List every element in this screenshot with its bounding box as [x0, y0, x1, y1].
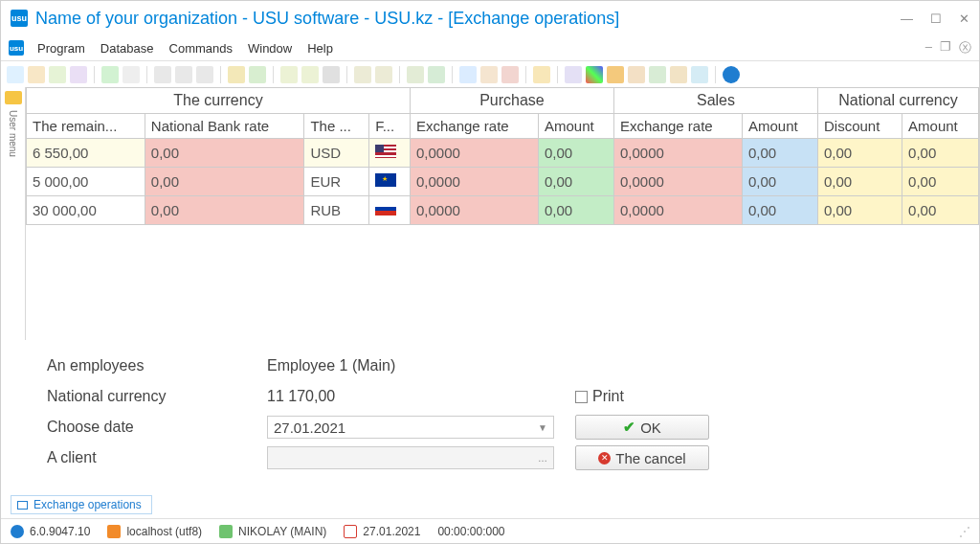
- open-icon[interactable]: [28, 66, 45, 83]
- menu-commands[interactable]: Commands: [162, 38, 240, 58]
- cancel-button[interactable]: ✕ The cancel: [575, 445, 709, 470]
- cell[interactable]: USD: [304, 139, 369, 168]
- users-icon[interactable]: [670, 66, 687, 83]
- client-label: A client: [47, 449, 267, 466]
- col-pamount[interactable]: Amount: [538, 114, 613, 139]
- cell[interactable]: 0,0000: [613, 168, 742, 196]
- cell[interactable]: 0,00: [538, 196, 613, 225]
- filter-fields-icon[interactable]: [196, 66, 213, 83]
- print-checkbox[interactable]: Print: [575, 388, 624, 405]
- table-row[interactable]: 6 550,000,00USD0,00000,000,00000,000,000…: [27, 139, 979, 168]
- cell[interactable]: 0,0000: [613, 196, 742, 225]
- cell[interactable]: 0,0000: [613, 139, 742, 168]
- minimize-icon[interactable]: —: [901, 11, 913, 26]
- maximize-icon[interactable]: ☐: [930, 11, 942, 26]
- col-cur[interactable]: The ...: [304, 114, 369, 139]
- image-icon[interactable]: [249, 66, 266, 83]
- col-prate[interactable]: Exchange rate: [410, 114, 538, 139]
- cell[interactable]: 30 000,00: [27, 196, 145, 225]
- pin-icon[interactable]: [691, 66, 708, 83]
- close-icon[interactable]: ✕: [959, 11, 969, 26]
- tools-icon[interactable]: [480, 66, 498, 83]
- cell[interactable]: [369, 196, 411, 225]
- mdi-restore-icon[interactable]: ❐: [940, 39, 951, 57]
- gear-icon[interactable]: [565, 66, 582, 83]
- table-row[interactable]: 30 000,000,00RUB0,00000,000,00000,000,00…: [27, 196, 979, 225]
- cell[interactable]: [369, 139, 411, 168]
- new-icon[interactable]: [7, 66, 24, 83]
- cell[interactable]: 5 000,00: [27, 168, 145, 196]
- mdi-minimize-icon[interactable]: –: [925, 39, 932, 57]
- copy-icon[interactable]: [70, 66, 87, 83]
- flag-icon[interactable]: [228, 66, 245, 83]
- filter-clear-icon[interactable]: [175, 66, 192, 83]
- col-flag[interactable]: F...: [369, 114, 411, 139]
- tab-exchange-operations[interactable]: Exchange operations: [11, 495, 152, 514]
- cell[interactable]: 0,0000: [410, 196, 538, 225]
- save-icon[interactable]: [49, 66, 66, 83]
- database-icon: [107, 525, 121, 538]
- date-picker[interactable]: 27.01.2021 ▼: [267, 416, 554, 439]
- menu-database[interactable]: Database: [93, 38, 162, 58]
- window-icon[interactable]: [459, 66, 477, 83]
- group-sales[interactable]: Sales: [613, 88, 817, 114]
- cell[interactable]: 0,00: [742, 139, 817, 168]
- cell[interactable]: [369, 168, 411, 196]
- col-discount[interactable]: Discount: [818, 114, 902, 139]
- user-icon[interactable]: [649, 66, 666, 83]
- info-icon[interactable]: [723, 66, 740, 83]
- currency-grid[interactable]: The currency Purchase Sales National cur…: [26, 87, 979, 340]
- client-picker[interactable]: …: [267, 446, 554, 469]
- lock-icon[interactable]: [628, 66, 645, 83]
- group-currency[interactable]: The currency: [27, 88, 411, 114]
- col-samount[interactable]: Amount: [742, 114, 817, 139]
- exit-icon[interactable]: [501, 66, 519, 83]
- user-status-icon: [219, 525, 233, 538]
- cell[interactable]: 0,0000: [410, 168, 538, 196]
- cell[interactable]: 0,00: [538, 168, 613, 196]
- search-icon[interactable]: [122, 66, 140, 83]
- add-left-icon[interactable]: [354, 66, 371, 83]
- resize-grip-icon[interactable]: ⋰: [959, 525, 969, 538]
- cell[interactable]: 0,00: [818, 139, 902, 168]
- thumbs-up-icon[interactable]: [533, 66, 550, 83]
- filter-icon[interactable]: [154, 66, 171, 83]
- cell[interactable]: 0,00: [538, 139, 613, 168]
- grid-select-icon[interactable]: [301, 66, 319, 83]
- color-wheel-icon[interactable]: [586, 66, 603, 83]
- col-srate[interactable]: Exchange rate: [613, 114, 742, 139]
- col-nbrate[interactable]: National Bank rate: [145, 114, 304, 139]
- cell[interactable]: 0,00: [818, 168, 902, 196]
- cell[interactable]: 0,00: [742, 196, 817, 225]
- collapse-icon[interactable]: [323, 66, 340, 83]
- ok-button[interactable]: ✔ OK: [575, 415, 709, 440]
- menu-window[interactable]: Window: [240, 38, 300, 58]
- cell[interactable]: 0,00: [902, 168, 979, 196]
- refresh-icon[interactable]: [101, 66, 119, 83]
- rss-icon[interactable]: [607, 66, 624, 83]
- table-row[interactable]: 5 000,000,00EUR0,00000,000,00000,000,000…: [27, 168, 979, 196]
- mdi-close-icon[interactable]: ⓧ: [959, 39, 971, 57]
- cell[interactable]: 0,00: [902, 139, 979, 168]
- cell[interactable]: 0,00: [145, 168, 304, 196]
- cell[interactable]: 0,00: [145, 196, 304, 225]
- grid-icon[interactable]: [280, 66, 298, 83]
- menu-help[interactable]: Help: [300, 38, 341, 58]
- sidebar[interactable]: User menu: [1, 87, 26, 340]
- cell[interactable]: RUB: [304, 196, 369, 225]
- export-excel-icon[interactable]: [428, 66, 445, 83]
- cell[interactable]: 0,00: [742, 168, 817, 196]
- cell[interactable]: 0,00: [902, 196, 979, 225]
- cell[interactable]: EUR: [304, 168, 369, 196]
- cell[interactable]: 0,0000: [410, 139, 538, 168]
- menu-program[interactable]: Program: [30, 38, 93, 58]
- cell[interactable]: 6 550,00: [27, 139, 145, 168]
- cell[interactable]: 0,00: [818, 196, 902, 225]
- add-right-icon[interactable]: [375, 66, 392, 83]
- group-national[interactable]: National currency: [818, 88, 979, 114]
- group-purchase[interactable]: Purchase: [410, 88, 613, 114]
- export-word-icon[interactable]: [407, 66, 424, 83]
- col-remain[interactable]: The remain...: [27, 114, 145, 139]
- cell[interactable]: 0,00: [145, 139, 304, 168]
- col-namount[interactable]: Amount: [902, 114, 979, 139]
